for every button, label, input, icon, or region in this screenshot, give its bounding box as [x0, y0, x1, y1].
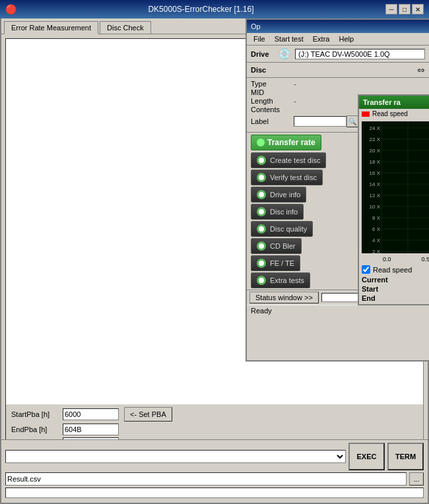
chart-svg: 24 X 22 X 20 X 18 X 16 X 14 X 12 X 10 X …	[362, 121, 429, 253]
term-button[interactable]: TERM	[387, 443, 424, 470]
dropdown-select[interactable]	[5, 450, 346, 463]
btn-icon	[257, 156, 266, 165]
svg-text:14 X: 14 X	[370, 181, 381, 187]
window-controls: ─ □ ✕	[385, 4, 424, 15]
drive-section: Drive 💿 (J:) TEAC DV-W5000E 1.0Q	[247, 46, 429, 63]
x-label-end: 0.5	[421, 256, 429, 263]
svg-text:24 X: 24 X	[370, 125, 381, 131]
label-browse-button[interactable]: 🔍	[346, 115, 358, 127]
drive-value: (J:) TEAC DV-W5000E 1.0Q	[295, 49, 425, 59]
maximize-button[interactable]: □	[399, 4, 411, 15]
chart-legend: Read speed	[359, 109, 429, 119]
end-pba-label: EndPba [h]	[11, 425, 57, 433]
drive-label: Drive	[251, 50, 274, 58]
status-progress-bar	[321, 293, 361, 302]
read-speed-label: Read speed	[373, 266, 412, 274]
transfer-rate-button[interactable]: Transfer rate	[251, 135, 321, 150]
start-label: Start	[362, 285, 395, 293]
extra-tests-button[interactable]: Extra tests	[251, 272, 310, 288]
x-label-start: 0.0	[383, 256, 391, 263]
overlay-menubar: File Start test Extra Help	[247, 33, 429, 46]
file-row: ...	[5, 472, 424, 486]
menu-help[interactable]: Help	[335, 34, 358, 44]
disc-nav-icon[interactable]: ⇔	[417, 65, 425, 75]
green-dot-icon	[257, 139, 265, 146]
overlay-titlebar: Op	[247, 20, 429, 33]
title-bar: 🔴 DK5000S-ErrorChecker [1.16] ─ □ ✕	[0, 0, 429, 18]
close-button[interactable]: ✕	[412, 4, 424, 15]
progress-bar	[5, 488, 424, 498]
set-pba-button[interactable]: <- Set PBA	[124, 407, 172, 422]
svg-text:4 X: 4 X	[372, 237, 381, 243]
disc-label: Disc	[251, 66, 413, 74]
end-row: End	[359, 294, 429, 303]
create-test-disc-button[interactable]: Create test disc	[251, 152, 326, 168]
tab-disc-check[interactable]: Disc Check	[100, 21, 151, 34]
chart-xaxis: 0.0 0.5	[359, 256, 429, 264]
mid-label: MID	[251, 88, 294, 96]
transfer-panel: Transfer ra Read speed	[358, 94, 429, 305]
status-window-button[interactable]: Status window >>	[249, 292, 319, 303]
btn-icon	[257, 276, 266, 285]
svg-text:18 X: 18 X	[370, 159, 381, 165]
overlay-title: Op	[251, 22, 261, 30]
start-pba-label: StartPba [h]	[11, 410, 57, 418]
btn-icon	[257, 207, 266, 216]
svg-text:2 X: 2 X	[372, 249, 381, 253]
app-icon: 🔴	[5, 4, 16, 15]
contents-label: Contents	[251, 106, 294, 113]
dropdown-row: EXEC TERM	[5, 443, 424, 470]
disc-type-row: Type -	[251, 80, 425, 88]
menu-start-test[interactable]: Start test	[271, 34, 308, 44]
label-label: Label	[251, 117, 294, 125]
svg-text:12 X: 12 X	[370, 193, 381, 199]
disc-quality-button[interactable]: Disc quality	[251, 221, 313, 237]
btn-icon	[257, 190, 266, 199]
transfer-title: Transfer ra	[363, 98, 401, 106]
svg-text:6 X: 6 X	[372, 226, 381, 232]
minimize-button[interactable]: ─	[385, 4, 397, 15]
label-input[interactable]	[294, 116, 346, 127]
length-value: -	[294, 97, 296, 105]
type-value: -	[294, 80, 296, 88]
app-title: DK5000S-ErrorChecker [1.16]	[16, 5, 385, 14]
end-pba-input[interactable]	[63, 424, 119, 435]
current-label: Current	[362, 276, 395, 284]
disc-info-button[interactable]: Disc info	[251, 204, 304, 220]
legend-label: Read speed	[372, 110, 408, 117]
exec-button[interactable]: EXEC	[348, 443, 385, 470]
cd-bler-button[interactable]: CD Bler	[251, 238, 302, 254]
main-window: Error Rate Measurement Disc Check StartP…	[0, 18, 429, 504]
menu-extra[interactable]: Extra	[309, 34, 334, 44]
start-row: Start	[359, 284, 429, 294]
browse-button[interactable]: ...	[409, 472, 424, 486]
read-speed-checkbox[interactable]	[362, 265, 370, 274]
drive-info-button[interactable]: Drive info	[251, 187, 306, 203]
read-speed-checkbox-row: Read speed	[359, 264, 429, 275]
svg-text:8 X: 8 X	[372, 215, 381, 221]
btn-icon	[257, 259, 266, 268]
end-label: End	[362, 294, 395, 302]
file-input[interactable]	[5, 472, 407, 486]
svg-text:16 X: 16 X	[370, 170, 381, 176]
start-pba-input[interactable]	[63, 408, 119, 420]
legend-color-read-speed	[362, 111, 370, 117]
length-label: Length	[251, 97, 294, 105]
progress-row	[5, 488, 424, 498]
svg-text:20 X: 20 X	[370, 148, 381, 154]
type-label: Type	[251, 80, 294, 88]
disc-section: Disc ⇔	[247, 63, 429, 78]
current-row: Current	[359, 275, 429, 284]
fe-te-button[interactable]: FE / TE	[251, 255, 300, 271]
ready-bar: Ready	[247, 305, 429, 316]
end-pba-row: EndPba [h]	[11, 424, 418, 435]
menu-file[interactable]: File	[249, 34, 269, 44]
btn-icon	[257, 224, 266, 234]
bottom-file-area: EXEC TERM ...	[1, 439, 428, 503]
btn-icon	[257, 241, 266, 251]
verify-test-disc-button[interactable]: Verify test disc	[251, 170, 323, 185]
ready-text: Ready	[251, 307, 272, 315]
tab-error-rate[interactable]: Error Rate Measurement	[4, 21, 98, 34]
drive-icon: 💿	[278, 47, 291, 60]
start-pba-row: StartPba [h] <- Set PBA	[11, 407, 418, 422]
